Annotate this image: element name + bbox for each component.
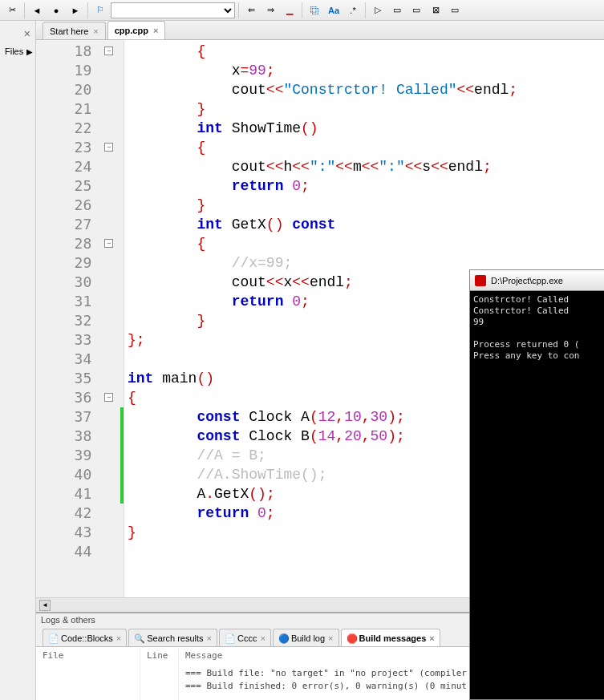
regex-icon[interactable]: .* [344,2,362,19]
change-marker [120,407,124,427]
tab-icon: 📄 [225,633,234,643]
nav-back-icon[interactable]: ◄ [28,2,46,19]
tab-label: Code::Blocks [61,633,113,643]
console-titlebar[interactable]: D:\Project\cpp.exe [470,270,604,291]
tab-icon: 🔵 [278,633,288,643]
panel-close-icon[interactable]: × [24,27,30,40]
scroll-left-icon[interactable]: ◄ [39,600,51,611]
console-app-icon [475,275,486,286]
fold-column: −−−− [99,40,124,597]
tab-close-icon[interactable]: × [116,633,121,643]
files-label: Files [5,47,23,56]
change-marker [120,427,124,446]
line-numbers: 18 19 20 21 22 23 24 25 26 27 28 29 30 3… [36,40,99,597]
logs-tab[interactable]: 🛑Build messages× [341,629,440,646]
tab-close-icon[interactable]: × [328,633,333,643]
tab-label: Build messages [359,633,427,643]
tab-close-icon[interactable]: × [260,633,265,643]
tab-label: Search results [147,633,203,643]
logs-tab[interactable]: 🔵Build log× [273,629,339,646]
fold-toggle-icon[interactable]: − [104,393,113,402]
nav-forward-icon[interactable]: ► [67,2,84,19]
console-title-text: D:\Project\cpp.exe [491,276,563,285]
col-line: Line [140,647,179,700]
fold-toggle-icon[interactable]: − [104,143,113,152]
image-icon[interactable]: ⊠ [427,2,444,19]
console-output: Constrctor! Called Constrctor! Called 99… [470,291,604,365]
change-marker [120,465,124,484]
editor-tab[interactable]: Start here× [43,22,106,39]
arrow-right-icon[interactable]: ⇒ [261,2,279,19]
chevron-right-icon: ▶ [26,47,33,56]
logs-tab[interactable]: 📄Cccc× [219,629,271,646]
tab-icon: 🛑 [347,633,356,643]
fold-toggle-icon[interactable]: − [104,239,113,248]
col-file: File [36,647,140,700]
main-toolbar: ✂ ◄ ● ► ⚐ ⇐ ⇒ ▁ ⿻ Aa .* ▷ ▭ ▭ ⊠ ▭ [0,0,604,21]
cursor-icon[interactable]: ✂ [3,2,21,19]
tab-icon: 🔍 [134,633,144,643]
files-tab[interactable]: Files ▶ [5,47,33,56]
rect2-icon[interactable]: ▭ [407,2,425,19]
change-marker [120,484,124,504]
highlight-icon[interactable]: ▁ [281,2,298,19]
editor-tab-bar: Start here×cpp.cpp× [36,21,604,40]
left-panel: × Files ▶ [0,21,36,700]
console-window[interactable]: D:\Project\cpp.exe Constrctor! Called Co… [469,269,604,700]
tab-label: Start here [50,26,88,36]
logs-tab[interactable]: 🔍Search results× [128,629,217,646]
tab-close-icon[interactable]: × [429,633,434,643]
change-marker [120,446,124,465]
editor-tab[interactable]: cpp.cpp× [107,21,166,39]
tab-label: Build log [291,633,325,643]
tab-close-icon[interactable]: × [207,633,212,643]
nav-dot-icon[interactable]: ● [47,2,65,19]
tab-close-icon[interactable]: × [153,26,158,35]
pointer-icon[interactable]: ▷ [369,2,387,19]
rect1-icon[interactable]: ▭ [388,2,406,19]
tab-icon: 📄 [48,633,58,643]
bookmark-icon[interactable]: ⚐ [91,2,109,19]
gutter: 18 19 20 21 22 23 24 25 26 27 28 29 30 3… [36,40,124,597]
logs-tab[interactable]: 📄Code::Blocks× [43,629,127,646]
fold-toggle-icon[interactable]: − [104,47,113,55]
rect3-icon[interactable]: ▭ [446,2,464,19]
tab-label: Cccc [237,633,257,643]
copy-icon[interactable]: ⿻ [306,2,323,19]
arrow-left-icon[interactable]: ⇐ [242,2,260,19]
tab-close-icon[interactable]: × [93,26,98,36]
tab-label: cpp.cpp [115,26,148,35]
font-icon[interactable]: Aa [325,2,343,19]
target-combo[interactable] [111,2,235,18]
